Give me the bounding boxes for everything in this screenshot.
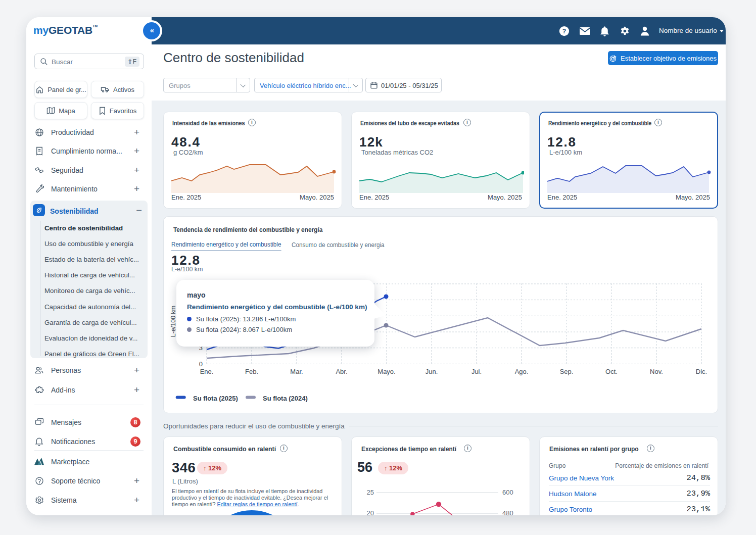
svg-text:0: 0 xyxy=(199,360,203,368)
svg-text:Su flota (2025): Su flota (2025) xyxy=(193,395,238,402)
svg-text:Abr.: Abr. xyxy=(336,368,347,375)
svg-text:Ene.: Ene. xyxy=(200,368,214,375)
svg-text:Jun.: Jun. xyxy=(426,368,438,375)
svg-text:Su flota (2024): Su flota (2024) xyxy=(263,395,308,402)
svg-text:Feb.: Feb. xyxy=(245,368,258,375)
svg-text:Oct.: Oct. xyxy=(605,368,618,375)
svg-text:480: 480 xyxy=(502,509,513,515)
svg-text:600: 600 xyxy=(502,489,513,496)
svg-text:Mar.: Mar. xyxy=(290,368,303,375)
svg-text:Sep.: Sep. xyxy=(560,368,574,375)
svg-text:L-e/100 km: L-e/100 km xyxy=(170,306,177,337)
svg-text:Nov.: Nov. xyxy=(650,368,663,375)
svg-text:Jul.: Jul. xyxy=(471,368,482,375)
svg-text:Ago.: Ago. xyxy=(515,368,529,375)
svg-text:25: 25 xyxy=(367,489,374,496)
svg-text:Dic.: Dic. xyxy=(696,368,707,375)
svg-text:Mayo.: Mayo. xyxy=(377,368,395,375)
svg-text:20: 20 xyxy=(367,509,374,515)
svg-text:?: ? xyxy=(562,28,566,35)
